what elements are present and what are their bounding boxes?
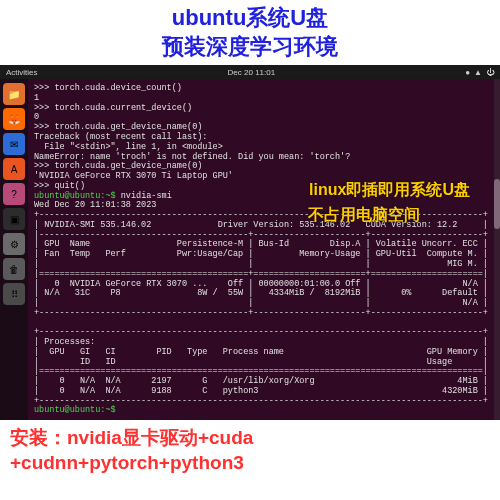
topbar-datetime[interactable]: Dec 20 11:01 [228, 68, 276, 77]
heading-line2: 预装深度学习环境 [0, 33, 500, 62]
heading-line1: ubuntu系统U盘 [0, 4, 500, 33]
firefox-icon[interactable]: 🦊 [3, 108, 25, 130]
show-apps-icon[interactable]: ⠿ [3, 283, 25, 305]
power-icon: ⏻ [486, 68, 494, 77]
help-icon[interactable]: ? [3, 183, 25, 205]
scrollbar-thumb[interactable] [494, 179, 500, 229]
terminal-scrollbar[interactable] [494, 79, 500, 420]
footer-line2: +cudnn+pytorch+python3 [10, 451, 490, 476]
terminal-window[interactable]: >>> torch.cuda.device_count() 1 >>> torc… [28, 79, 500, 420]
network-icon: ● [465, 68, 470, 77]
files-icon[interactable]: 📁 [3, 83, 25, 105]
terminal-icon[interactable]: ▣ [3, 208, 25, 230]
heading: ubuntu系统U盘 预装深度学习环境 [0, 0, 500, 65]
software-icon[interactable]: A [3, 158, 25, 180]
gnome-topbar: Activities Dec 20 11:01 ● ▲ ⏻ [0, 65, 500, 79]
activities-button[interactable]: Activities [6, 68, 38, 77]
footer: 安装：nvidia显卡驱动+cuda +cudnn+pytorch+python… [0, 420, 500, 481]
footer-line1: 安装：nvidia显卡驱动+cuda [10, 426, 490, 451]
settings-icon[interactable]: ⚙ [3, 233, 25, 255]
volume-icon: ▲ [474, 68, 482, 77]
ubuntu-desktop: Activities Dec 20 11:01 ● ▲ ⏻ 📁 🦊 ✉ A ? … [0, 65, 500, 420]
overlay-text-2: 不占用电脑空间 [308, 205, 420, 226]
dock: 📁 🦊 ✉ A ? ▣ ⚙ 🗑 ⠿ [0, 79, 28, 420]
trash-icon[interactable]: 🗑 [3, 258, 25, 280]
status-area[interactable]: ● ▲ ⏻ [465, 68, 494, 77]
thunderbird-icon[interactable]: ✉ [3, 133, 25, 155]
overlay-text-1: linux即插即用系统U盘 [309, 180, 470, 201]
